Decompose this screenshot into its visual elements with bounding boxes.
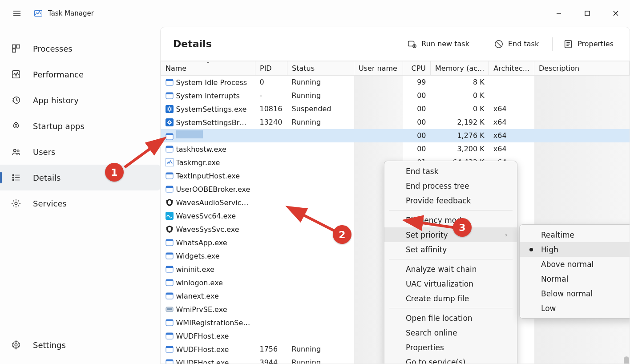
process-name: WavesSysSvc.exe <box>176 225 239 234</box>
description-cell <box>534 89 630 102</box>
cpu-cell: 00 <box>403 89 431 102</box>
svg-point-14 <box>12 177 14 178</box>
sidebar-item-processes[interactable]: Processes <box>0 36 160 61</box>
menu-set-priority[interactable]: Set priority › <box>384 227 517 242</box>
table-row[interactable]: SystemSettings.exe10816Suspended000 Kx64 <box>161 102 630 116</box>
memory-cell: 1,276 K <box>431 129 489 142</box>
pid-cell <box>255 263 287 276</box>
process-name: System Idle Process <box>176 78 247 87</box>
cpu-cell: 00 <box>403 102 431 116</box>
menu-properties[interactable]: Properties <box>384 340 517 355</box>
cpu-cell: 99 <box>403 76 431 89</box>
table-row[interactable]: taskhostw.exe003,200 Kx64 <box>161 142 630 156</box>
end-task-button[interactable]: End task <box>483 37 542 51</box>
process-icon <box>166 158 174 166</box>
process-icon <box>166 78 174 86</box>
properties-button[interactable]: Properties <box>552 37 617 51</box>
sidebar-item-services[interactable]: Services <box>0 190 160 216</box>
svg-rect-7 <box>12 49 16 52</box>
svg-point-12 <box>17 150 19 152</box>
process-icon <box>166 239 174 247</box>
table-row[interactable]: System Idle Process0Running998 K <box>161 76 630 89</box>
col-header-cpu[interactable]: CPU <box>403 61 431 76</box>
table-row[interactable]: System interrupts-Running000 K <box>161 89 630 102</box>
process-icon <box>166 145 174 153</box>
description-cell <box>534 182 630 196</box>
sidebar-item-details[interactable]: Details <box>0 165 160 190</box>
menu-end-process-tree[interactable]: End process tree <box>384 178 517 193</box>
status-cell <box>287 209 354 222</box>
svg-point-13 <box>12 174 14 176</box>
vertical-scrollbar[interactable] <box>624 356 629 364</box>
sidebar-item-users[interactable]: Users <box>0 139 160 165</box>
svg-rect-68 <box>166 360 173 361</box>
annotation-badge-1: 1 <box>105 163 124 182</box>
priority-below-normal[interactable]: Below normal <box>520 286 630 301</box>
menu-search-online[interactable]: Search online <box>384 325 517 340</box>
process-name: WUDFHost.exe <box>176 332 229 340</box>
sidebar-label: App history <box>33 96 79 105</box>
col-header-pid[interactable]: PID <box>255 61 287 76</box>
svg-rect-6 <box>16 45 20 48</box>
close-button[interactable] <box>602 4 630 24</box>
svg-rect-48 <box>166 212 174 220</box>
process-name: WhatsApp.exe <box>176 239 227 247</box>
priority-realtime[interactable]: Realtime <box>520 227 630 242</box>
run-new-task-button[interactable]: Run new task <box>407 37 473 51</box>
menu-provide-feedback[interactable]: Provide feedback <box>384 193 517 208</box>
col-header-name[interactable]: ⌃Name <box>161 61 255 76</box>
process-icon <box>166 118 174 126</box>
priority-high[interactable]: High <box>520 242 630 257</box>
menu-create-dump-file[interactable]: Create dump file <box>384 291 517 306</box>
gear-icon <box>11 198 21 209</box>
sidebar-item-app-history[interactable]: App history <box>0 87 160 113</box>
process-icon <box>166 292 174 300</box>
maximize-button[interactable] <box>573 4 602 24</box>
table-row[interactable]: SystemSettingsBroke...13240Running002,19… <box>161 116 630 129</box>
menu-separator <box>389 259 513 259</box>
sidebar: Processes Performance App history Startu… <box>0 27 160 364</box>
hamburger-menu-button[interactable] <box>9 5 25 21</box>
menu-uac-virtualization[interactable]: UAC virtualization <box>384 276 517 291</box>
menu-end-task[interactable]: End task <box>384 164 517 178</box>
menu-analyze-wait-chain[interactable]: Analyze wait chain <box>384 262 517 276</box>
minimize-button[interactable] <box>545 4 573 24</box>
pid-cell <box>255 236 287 249</box>
cpu-cell: 00 <box>403 142 431 156</box>
sidebar-item-performance[interactable]: Performance <box>0 61 160 87</box>
menu-open-file-location[interactable]: Open file location <box>384 311 517 325</box>
annotation-badge-2: 2 <box>333 225 351 244</box>
menu-separator <box>389 308 513 308</box>
col-header-memory[interactable]: Memory (ac... <box>431 61 489 76</box>
process-icon <box>166 185 174 193</box>
pid-cell <box>255 196 287 209</box>
svg-point-10 <box>16 124 17 125</box>
svg-point-19 <box>15 202 17 205</box>
table-row[interactable]: 001,276 Kx64 <box>161 129 630 142</box>
menu-set-affinity[interactable]: Set affinity <box>384 242 517 257</box>
priority-above-normal[interactable]: Above normal <box>520 257 630 271</box>
priority-low[interactable]: Low <box>520 301 630 315</box>
pid-cell <box>255 142 287 156</box>
sidebar-item-settings[interactable]: Settings <box>0 332 160 358</box>
sidebar-item-startup-apps[interactable]: Startup apps <box>0 113 160 139</box>
menu-go-to-services[interactable]: Go to service(s) <box>384 355 517 364</box>
col-header-status[interactable]: Status <box>287 61 354 76</box>
status-cell: Running <box>287 116 354 129</box>
memory-cell: 3,200 K <box>431 142 489 156</box>
status-cell <box>287 316 354 329</box>
col-header-description[interactable]: Description <box>534 61 630 76</box>
svg-rect-52 <box>166 253 173 255</box>
col-header-architecture[interactable]: Architec... <box>489 61 534 76</box>
memory-cell: 2,192 K <box>431 116 489 129</box>
process-icon <box>166 305 174 313</box>
end-task-icon <box>494 39 504 49</box>
description-cell <box>534 196 630 209</box>
process-name: taskhostw.exe <box>176 145 226 154</box>
context-menu: End task End process tree Provide feedba… <box>384 161 517 364</box>
pid-cell <box>255 249 287 263</box>
menu-efficiency-mode[interactable]: Efficiency mode <box>384 213 517 227</box>
process-name: System interrupts <box>176 92 240 100</box>
priority-normal[interactable]: Normal <box>520 271 630 286</box>
col-header-user[interactable]: User name <box>354 61 403 76</box>
